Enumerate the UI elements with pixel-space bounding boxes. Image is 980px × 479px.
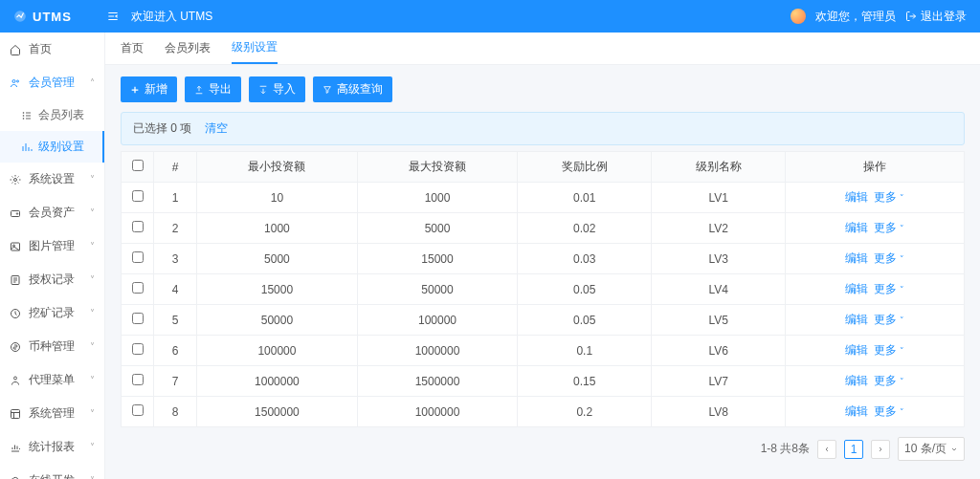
svg-point-8 [16, 212, 18, 214]
cell-min: 5000 [197, 244, 358, 274]
image-icon [10, 241, 21, 252]
export-button[interactable]: 导出 [185, 76, 241, 102]
sidebar-label: 会员资产 [29, 205, 75, 221]
cell-ops: 编辑更多 ˅ [786, 305, 965, 336]
more-link[interactable]: 更多 ˅ [874, 313, 904, 326]
edit-link[interactable]: 编辑 [845, 374, 868, 387]
cloud-icon [10, 475, 21, 480]
sidebar-label: 授权记录 [29, 272, 75, 288]
sidebar-label: 代理菜单 [29, 372, 75, 388]
sidebar-label: 在线开发 [29, 472, 75, 479]
sidebar-item-7[interactable]: 币种管理˅ [0, 330, 104, 363]
page-size-select[interactable]: 10 条/页 [898, 437, 965, 461]
cell-name: LV6 [652, 336, 786, 366]
more-link[interactable]: 更多 ˅ [874, 282, 904, 295]
clear-selection-button[interactable]: 清空 [205, 120, 228, 137]
prev-page-button[interactable] [817, 440, 836, 459]
cell-rate: 0.01 [518, 183, 652, 213]
select-all-checkbox[interactable] [132, 160, 144, 171]
cell-idx: 6 [154, 336, 197, 366]
cell-idx: 8 [154, 397, 197, 427]
sidebar-label: 系统管理 [29, 405, 75, 422]
sidebar-item-6[interactable]: 挖矿记录˅ [0, 296, 104, 330]
sidebar-item-4[interactable]: 图片管理˅ [0, 229, 104, 263]
chevron-down-icon: ˅ [90, 207, 95, 218]
sidebar-label: 首页 [29, 41, 52, 57]
more-link[interactable]: 更多 ˅ [874, 190, 904, 204]
content: 新增 导出 导入 高级查询 已选择 0 项 清空 [105, 65, 980, 479]
chevron-down-icon: ˅ [90, 174, 95, 185]
cell-ops: 编辑更多 ˅ [786, 274, 965, 305]
row-checkbox[interactable] [132, 221, 144, 232]
col-header-3: 奖励比例 [518, 152, 652, 183]
avatar[interactable] [791, 9, 806, 24]
mine-icon [10, 308, 21, 319]
chart-icon [10, 442, 21, 453]
tab-1[interactable]: 会员列表 [165, 33, 211, 64]
cell-max: 1500000 [357, 366, 518, 397]
cell-idx: 2 [154, 213, 197, 244]
add-label: 新增 [145, 81, 167, 98]
row-checkbox[interactable] [132, 374, 144, 385]
row-checkbox[interactable] [132, 343, 144, 355]
more-link[interactable]: 更多 ˅ [874, 251, 904, 265]
chevron-up-icon: ˄ [90, 77, 95, 88]
page-summary: 1-8 共8条 [761, 441, 810, 457]
sidebar-item-2[interactable]: 系统设置˅ [0, 163, 104, 196]
row-checkbox[interactable] [132, 190, 144, 202]
sidebar-label: 币种管理 [29, 338, 75, 355]
more-link[interactable]: 更多 ˅ [874, 374, 904, 387]
sidebar-item-8[interactable]: 代理菜单˅ [0, 363, 104, 397]
sidebar-subitem-1-1[interactable]: 级别设置 [0, 131, 104, 163]
cell-idx: 7 [154, 366, 197, 397]
edit-link[interactable]: 编辑 [845, 343, 868, 357]
cell-max: 100000 [357, 305, 518, 336]
cell-max: 1000 [357, 183, 518, 213]
logout-button[interactable]: 退出登录 [905, 9, 967, 25]
edit-link[interactable]: 编辑 [845, 404, 868, 418]
row-checkbox[interactable] [132, 282, 144, 294]
collapse-sidebar-icon[interactable] [106, 10, 120, 23]
greeting-text: 欢迎您，管理员 [815, 9, 896, 25]
cell-rate: 0.15 [518, 366, 652, 397]
sidebar-item-1[interactable]: 会员管理˄ [0, 66, 104, 99]
sidebar-item-3[interactable]: 会员资产˅ [0, 196, 104, 229]
edit-link[interactable]: 编辑 [845, 282, 868, 295]
sidebar-subitem-1-0[interactable]: 会员列表 [0, 99, 104, 131]
cell-rate: 0.1 [518, 336, 652, 366]
sidebar-item-11[interactable]: 在线开发˅ [0, 464, 104, 479]
edit-link[interactable]: 编辑 [845, 221, 868, 234]
table-row: 610000010000000.1LV6编辑更多 ˅ [122, 336, 965, 366]
tab-0[interactable]: 首页 [121, 33, 144, 64]
more-link[interactable]: 更多 ˅ [874, 404, 904, 418]
table-row: 415000500000.05LV4编辑更多 ˅ [122, 274, 965, 305]
tabs: 首页会员列表级别设置 [105, 33, 980, 65]
sidebar-label: 图片管理 [29, 238, 75, 254]
row-checkbox[interactable] [132, 251, 144, 263]
add-button[interactable]: 新增 [121, 76, 177, 102]
page-number-button[interactable]: 1 [844, 440, 863, 459]
edit-link[interactable]: 编辑 [845, 313, 868, 326]
cell-ops: 编辑更多 ˅ [786, 244, 965, 274]
svg-point-1 [12, 79, 15, 82]
brand-text: UTMS [33, 10, 72, 24]
advanced-search-button[interactable]: 高级查询 [313, 76, 392, 102]
toolbar: 新增 导出 导入 高级查询 [121, 76, 965, 102]
cell-max: 15000 [357, 244, 518, 274]
tab-2[interactable]: 级别设置 [232, 33, 278, 64]
sidebar-item-5[interactable]: 授权记录˅ [0, 263, 104, 296]
cell-rate: 0.03 [518, 244, 652, 274]
next-page-button[interactable] [871, 440, 890, 459]
sidebar-item-0[interactable]: 首页 [0, 33, 104, 66]
more-link[interactable]: 更多 ˅ [874, 343, 904, 357]
sidebar-item-9[interactable]: 系统管理˅ [0, 397, 104, 430]
more-link[interactable]: 更多 ˅ [874, 221, 904, 234]
row-checkbox[interactable] [132, 404, 144, 416]
sidebar-item-10[interactable]: 统计报表˅ [0, 430, 104, 464]
chevron-down-icon: ˅ [900, 346, 904, 356]
users-icon [10, 77, 21, 89]
edit-link[interactable]: 编辑 [845, 190, 868, 204]
row-checkbox[interactable] [132, 313, 144, 324]
import-button[interactable]: 导入 [249, 76, 305, 102]
edit-link[interactable]: 编辑 [845, 251, 868, 265]
